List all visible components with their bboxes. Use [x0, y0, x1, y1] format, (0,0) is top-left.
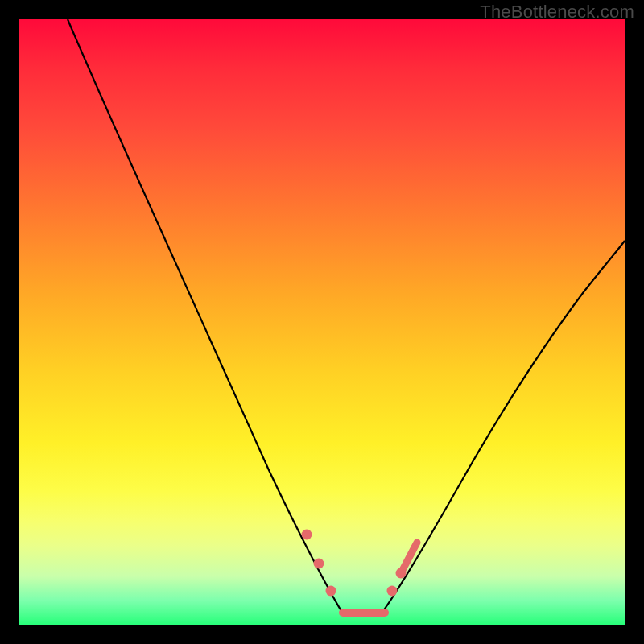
left-curve [68, 19, 341, 611]
marker-dot [326, 586, 336, 597]
marker-dot [302, 530, 312, 540]
right-curve [383, 241, 625, 611]
chart-svg [19, 19, 625, 625]
watermark-text: TheBottleneck.com [480, 2, 634, 23]
marker-dot [387, 586, 398, 597]
marker-dot [314, 559, 324, 569]
marker-dot [396, 568, 407, 579]
plot-area [19, 19, 625, 625]
chart-frame: TheBottleneck.com [0, 0, 644, 644]
